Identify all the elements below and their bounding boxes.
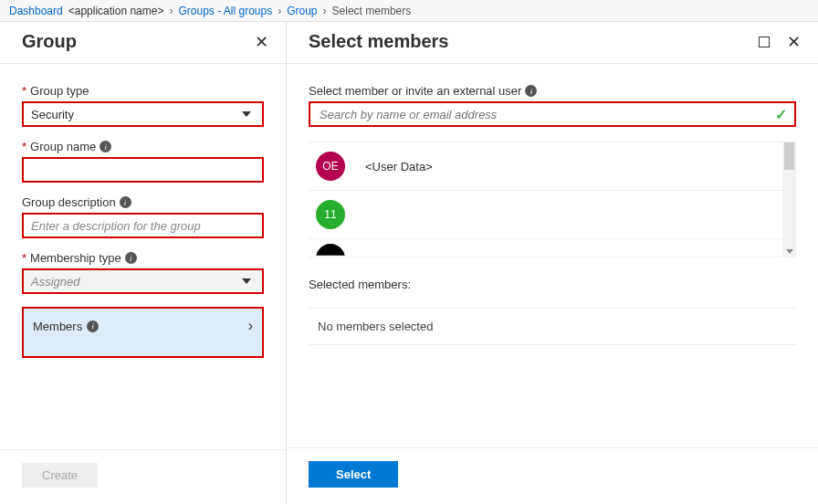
member-list: OE <User Data> 11 xyxy=(309,142,796,257)
member-row[interactable]: 11 xyxy=(309,191,796,239)
member-row[interactable]: OE <User Data> xyxy=(309,142,796,191)
group-type-value: Security xyxy=(31,108,74,121)
required-marker: * xyxy=(22,251,26,265)
members-link[interactable]: Members i › xyxy=(22,307,264,358)
maximize-icon[interactable] xyxy=(756,34,772,50)
info-icon[interactable]: i xyxy=(125,252,137,264)
member-search-input[interactable] xyxy=(310,103,775,125)
group-name-input[interactable] xyxy=(24,159,262,181)
chevron-down-icon xyxy=(242,111,251,117)
membership-type-select[interactable]: Assigned xyxy=(22,268,264,294)
membership-type-label: Membership type xyxy=(30,251,121,265)
group-name-label: Group name xyxy=(30,140,96,153)
breadcrumb-dashboard[interactable]: Dashboard xyxy=(9,5,63,17)
scroll-down-icon[interactable] xyxy=(786,249,793,254)
avatar xyxy=(316,244,345,257)
required-marker: * xyxy=(22,84,26,98)
info-icon[interactable]: i xyxy=(525,85,537,97)
search-label: Select member or invite an external user xyxy=(309,84,521,98)
avatar: OE xyxy=(316,152,345,181)
scrollbar[interactable] xyxy=(782,142,796,257)
breadcrumb-groups-all[interactable]: Groups - All groups xyxy=(178,5,272,17)
group-type-label: Group type xyxy=(30,84,89,98)
info-icon[interactable]: i xyxy=(100,141,111,152)
member-row[interactable] xyxy=(309,239,796,257)
members-link-label: Members xyxy=(33,320,82,333)
membership-type-value: Assigned xyxy=(31,275,79,289)
breadcrumb-separator: › xyxy=(169,5,173,17)
info-icon[interactable]: i xyxy=(120,196,131,208)
no-members-text: No members selected xyxy=(309,308,796,345)
select-members-title: Select members xyxy=(309,31,448,52)
avatar: 11 xyxy=(316,200,345,229)
breadcrumb: Dashboard <application name> › Groups - … xyxy=(0,0,818,22)
breadcrumb-app-name: <application name> xyxy=(68,5,164,17)
chevron-down-icon xyxy=(242,278,251,284)
info-icon: i xyxy=(87,320,99,332)
checkmark-icon: ✓ xyxy=(775,106,787,123)
close-icon[interactable]: ✕ xyxy=(253,34,269,50)
member-name: <User Data> xyxy=(365,160,433,173)
breadcrumb-separator: › xyxy=(323,5,327,17)
breadcrumb-group[interactable]: Group xyxy=(287,5,317,17)
required-marker: * xyxy=(22,140,26,153)
group-type-select[interactable]: Security xyxy=(22,101,264,127)
scrollbar-thumb[interactable] xyxy=(784,142,794,170)
group-description-input[interactable] xyxy=(24,215,262,236)
chevron-right-icon: › xyxy=(248,318,253,334)
breadcrumb-current: Select members xyxy=(332,5,412,17)
create-button[interactable]: Create xyxy=(22,463,98,488)
selected-members-label: Selected members: xyxy=(309,278,796,291)
close-icon[interactable]: ✕ xyxy=(785,34,802,50)
group-description-label: Group description xyxy=(22,195,116,209)
select-members-panel: Select members ✕ Select member or invite… xyxy=(287,22,818,504)
breadcrumb-separator: › xyxy=(278,5,281,17)
group-panel: Group ✕ * Group type Security xyxy=(0,22,287,504)
group-panel-title: Group xyxy=(22,31,77,52)
select-button[interactable]: Select xyxy=(309,461,398,488)
